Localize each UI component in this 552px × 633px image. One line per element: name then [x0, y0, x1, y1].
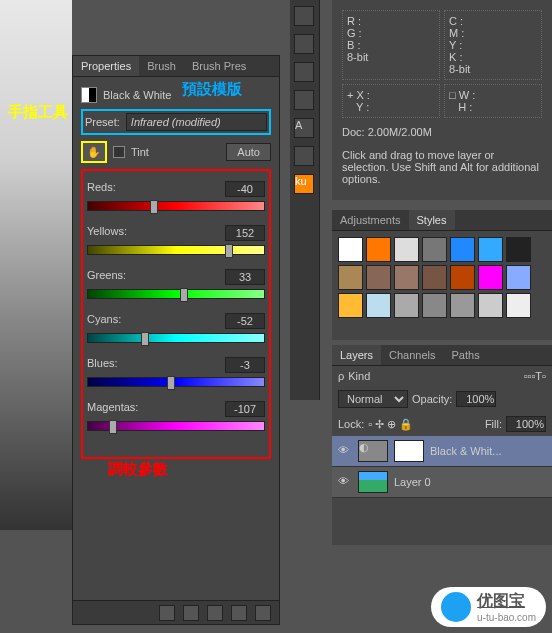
- style-swatch[interactable]: [478, 293, 503, 318]
- style-swatch[interactable]: [366, 237, 391, 262]
- filter-kind[interactable]: Kind: [348, 370, 370, 382]
- style-swatch[interactable]: [478, 237, 503, 262]
- color-icon[interactable]: [294, 90, 314, 110]
- layer-row-adjustment[interactable]: 👁 ◐ Black & Whit...: [332, 436, 552, 467]
- swatches-icon[interactable]: [294, 62, 314, 82]
- greens-value[interactable]: 33: [225, 269, 265, 285]
- layer-row-image[interactable]: 👁 Layer 0: [332, 467, 552, 498]
- annotation-finger-tool: 手指工具: [8, 103, 68, 122]
- wh-readout: □ W : H :: [444, 84, 542, 118]
- slider-thumb[interactable]: [180, 288, 188, 302]
- tint-label: Tint: [131, 146, 149, 158]
- rgb-readout: R :G :B :8-bit: [342, 10, 440, 80]
- slider-thumb[interactable]: [167, 376, 175, 390]
- histogram-icon[interactable]: [294, 6, 314, 26]
- styles-panel: Adjustments Styles: [332, 210, 552, 340]
- style-swatch[interactable]: [450, 237, 475, 262]
- style-swatch[interactable]: [506, 237, 531, 262]
- slider-thumb[interactable]: [141, 332, 149, 346]
- tab-properties[interactable]: Properties: [73, 56, 139, 76]
- yellows-slider[interactable]: [87, 245, 265, 255]
- paragraph-icon[interactable]: [294, 146, 314, 166]
- yellows-label: Yellows:: [87, 225, 127, 241]
- tab-styles[interactable]: Styles: [409, 210, 455, 230]
- greens-slider[interactable]: [87, 289, 265, 299]
- style-swatch[interactable]: [338, 265, 363, 290]
- style-swatch[interactable]: [338, 237, 363, 262]
- style-swatch[interactable]: [394, 237, 419, 262]
- reds-label: Reds:: [87, 181, 116, 197]
- tab-brush[interactable]: Brush: [139, 56, 184, 76]
- style-swatch[interactable]: [422, 237, 447, 262]
- preset-dropdown[interactable]: Infrared (modified): [126, 113, 267, 131]
- visibility-toggle[interactable]: 👁: [338, 444, 352, 458]
- visibility-toggle[interactable]: 👁: [338, 475, 352, 489]
- kuler-icon[interactable]: ku: [294, 174, 314, 194]
- blues-value[interactable]: -3: [225, 357, 265, 373]
- cyans-slider[interactable]: [87, 333, 265, 343]
- fill-value[interactable]: 100%: [506, 416, 546, 432]
- sliders-highlight: Reds:-40 Yellows:152 Greens:33 Cyans:-52…: [81, 169, 271, 459]
- targeted-adjustment-tool[interactable]: ✋: [81, 141, 107, 163]
- preset-highlight: Preset: Infrared (modified): [81, 109, 271, 135]
- collapsed-panels: A ku: [290, 0, 320, 400]
- lock-label: Lock:: [338, 418, 364, 430]
- adjustment-title: Black & White: [103, 89, 171, 101]
- navigator-icon[interactable]: [294, 34, 314, 54]
- logo-url: u-tu-bao.com: [477, 612, 536, 623]
- character-icon[interactable]: A: [294, 118, 314, 138]
- layers-panel: Layers Channels Paths ρKind ▫▫▫T▫ Normal…: [332, 345, 552, 545]
- visibility-icon[interactable]: [231, 605, 247, 621]
- style-swatch[interactable]: [478, 265, 503, 290]
- tint-checkbox[interactable]: [113, 146, 125, 158]
- style-swatches: [332, 231, 552, 324]
- delete-icon[interactable]: [255, 605, 271, 621]
- opacity-value[interactable]: 100%: [456, 391, 496, 407]
- magentas-slider[interactable]: [87, 421, 265, 431]
- magentas-value[interactable]: -107: [225, 401, 265, 417]
- style-swatch[interactable]: [338, 293, 363, 318]
- layer-name[interactable]: Layer 0: [394, 476, 431, 488]
- slider-thumb[interactable]: [225, 244, 233, 258]
- reset-icon[interactable]: [207, 605, 223, 621]
- tab-adjustments[interactable]: Adjustments: [332, 210, 409, 230]
- tab-layers[interactable]: Layers: [332, 345, 381, 365]
- style-swatch[interactable]: [422, 265, 447, 290]
- tab-channels[interactable]: Channels: [381, 345, 443, 365]
- mask-thumb[interactable]: [394, 440, 424, 462]
- canvas-background: [0, 0, 72, 530]
- style-swatch[interactable]: [506, 293, 531, 318]
- style-swatch[interactable]: [394, 265, 419, 290]
- style-swatch[interactable]: [422, 293, 447, 318]
- style-swatch[interactable]: [506, 265, 531, 290]
- logo-text: 优图宝: [477, 591, 536, 612]
- slider-thumb[interactable]: [109, 420, 117, 434]
- opacity-label: Opacity:: [412, 393, 452, 405]
- cyans-value[interactable]: -52: [225, 313, 265, 329]
- clip-icon[interactable]: [159, 605, 175, 621]
- properties-footer: [73, 600, 279, 624]
- bird-icon: [441, 592, 471, 622]
- tab-paths[interactable]: Paths: [444, 345, 488, 365]
- style-swatch[interactable]: [450, 265, 475, 290]
- fill-label: Fill:: [485, 418, 502, 430]
- yellows-value[interactable]: 152: [225, 225, 265, 241]
- tab-brush-presets[interactable]: Brush Pres: [184, 56, 254, 76]
- reds-value[interactable]: -40: [225, 181, 265, 197]
- layer-thumb[interactable]: [358, 471, 388, 493]
- slider-thumb[interactable]: [150, 200, 158, 214]
- adjustment-thumb[interactable]: ◐: [358, 440, 388, 462]
- style-swatch[interactable]: [366, 265, 391, 290]
- greens-label: Greens:: [87, 269, 126, 285]
- layer-name[interactable]: Black & Whit...: [430, 445, 502, 457]
- style-swatch[interactable]: [450, 293, 475, 318]
- lock-icons[interactable]: ▫ ✢ ⊕ 🔒: [368, 418, 413, 431]
- view-previous-icon[interactable]: [183, 605, 199, 621]
- blend-mode-select[interactable]: Normal: [338, 390, 408, 408]
- auto-button[interactable]: Auto: [226, 143, 271, 161]
- style-swatch[interactable]: [394, 293, 419, 318]
- reds-slider[interactable]: [87, 201, 265, 211]
- style-swatch[interactable]: [366, 293, 391, 318]
- magentas-label: Magentas:: [87, 401, 138, 417]
- blues-slider[interactable]: [87, 377, 265, 387]
